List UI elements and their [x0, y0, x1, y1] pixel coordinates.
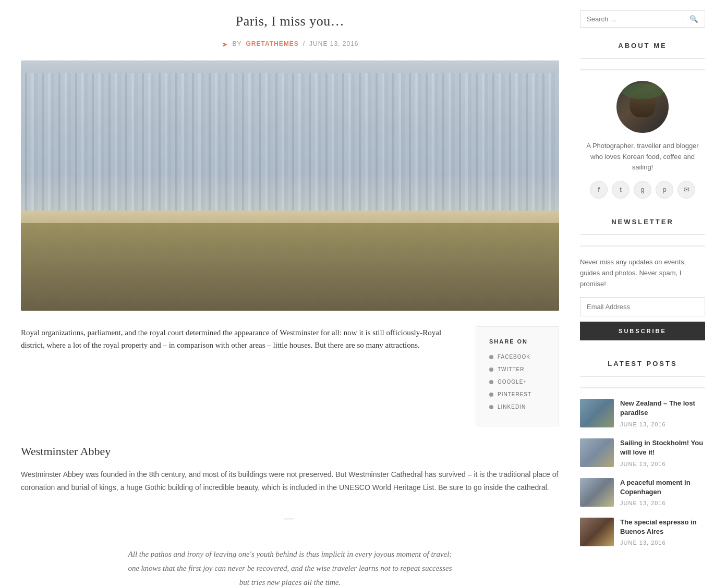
latest-post-date: JUNE 13, 2016 [620, 460, 705, 469]
share-facebook[interactable]: FACEBOOK [489, 353, 546, 361]
facebook-dot [489, 355, 493, 359]
share-row: Royal organizations, parliament, and the… [21, 326, 559, 426]
latest-post-date: JUNE 13, 2016 [620, 538, 705, 548]
post-title: Paris, I miss you… [21, 10, 559, 32]
post-body-text: Westminster Abbey was founded in the 8th… [21, 468, 559, 494]
list-item: New Zealand – The lost paradise JUNE 13,… [580, 399, 705, 429]
about-text: A Photographer, traveller and blogger wh… [580, 141, 705, 173]
post-meta: ➤ by GRETATHEMES / JUNE 13, 2016 [21, 39, 559, 50]
social-icons: f t g p ✉ [580, 181, 705, 199]
linkedin-dot [489, 405, 493, 409]
linkedin-label: LINKEDIN [498, 403, 526, 411]
googleplus-label: GOOGLE+ [498, 378, 527, 386]
newsletter-section: NEWSLETTER Never miss any updates on eve… [580, 217, 705, 340]
about-title: ABOUT ME [580, 41, 705, 59]
newsletter-text: Never miss any updates on events, guides… [580, 257, 705, 289]
share-googleplus[interactable]: GOOGLE+ [489, 378, 546, 386]
search-box: 🔍 [580, 10, 705, 28]
latest-post-title[interactable]: Sailing in Stockholm! You will love it! [620, 438, 705, 457]
avatar [616, 81, 669, 133]
facebook-label: FACEBOOK [498, 353, 530, 361]
post-by-label: by [233, 39, 242, 49]
latest-post-date: JUNE 13, 2016 [620, 420, 705, 430]
googleplus-dot [489, 380, 493, 384]
sidebar: 🔍 ABOUT ME A Photographer, traveller and… [580, 10, 705, 588]
latest-posts-section: LATEST POSTS New Zealand – The lost para… [580, 359, 705, 548]
share-linkedin[interactable]: LINKEDIN [489, 403, 546, 411]
latest-post-date: JUNE 13, 2016 [620, 499, 705, 508]
about-divider [580, 69, 705, 70]
share-twitter[interactable]: TWITTER [489, 365, 546, 374]
main-content: Paris, I miss you… ➤ by GRETATHEMES / JU… [21, 10, 559, 588]
social-email-icon[interactable]: ✉ [677, 181, 695, 199]
list-item: Sailing in Stockholm! You will love it! … [580, 438, 705, 469]
post-info: New Zealand – The lost paradise JUNE 13,… [620, 399, 705, 429]
social-facebook-icon[interactable]: f [590, 181, 608, 199]
post-info: A peaceful moment in Copenhagen JUNE 13,… [620, 478, 705, 508]
latest-post-title[interactable]: A peaceful moment in Copenhagen [620, 478, 705, 497]
latest-post-title[interactable]: New Zealand – The lost paradise [620, 399, 705, 418]
list-item: The special espresso in Buenos Aires JUN… [580, 518, 705, 548]
share-box: SHARE ON FACEBOOK TWITTER GOOGLE+ PINTER… [476, 326, 559, 426]
pinterest-dot [489, 393, 493, 397]
post-info: The special espresso in Buenos Aires JUN… [620, 518, 705, 548]
latest-posts-divider [580, 387, 705, 388]
search-icon: 🔍 [689, 15, 698, 23]
twitter-label: TWITTER [498, 365, 524, 374]
social-googleplus-icon[interactable]: g [634, 181, 651, 199]
search-input[interactable] [580, 11, 683, 27]
post-thumbnail [580, 399, 614, 427]
list-item: A peaceful moment in Copenhagen JUNE 13,… [580, 478, 705, 508]
post-info: Sailing in Stockholm! You will love it! … [620, 438, 705, 469]
featured-image [21, 60, 559, 311]
post-thumbnail [580, 438, 614, 467]
post-intro-text: Royal organizations, parliament, and the… [21, 326, 460, 426]
post-body: Westminster Abbey was founded in the 8th… [21, 468, 559, 494]
post-date: JUNE 13, 2016 [309, 39, 358, 49]
newsletter-divider [580, 246, 705, 247]
search-button[interactable]: 🔍 [683, 11, 705, 27]
social-pinterest-icon[interactable]: p [656, 181, 673, 199]
pinterest-label: PINTEREST [498, 390, 531, 399]
post-quote: All the pathos and irony of leaving one'… [113, 542, 467, 588]
post-intro: Royal organizations, parliament, and the… [21, 326, 460, 351]
post-author[interactable]: GRETATHEMES [246, 39, 299, 49]
share-pinterest[interactable]: PINTEREST [489, 390, 546, 399]
latest-posts-title: LATEST POSTS [580, 359, 705, 377]
social-twitter-icon[interactable]: t [612, 181, 630, 199]
post-thumbnail [580, 478, 614, 507]
twitter-dot [489, 368, 493, 372]
latest-post-title[interactable]: The special espresso in Buenos Aires [620, 518, 705, 536]
post-thumbnail [580, 518, 614, 546]
section-heading: Westminster Abbey [21, 442, 559, 460]
about-section: ABOUT ME A Photographer, traveller and b… [580, 41, 705, 199]
arrow-icon: ➤ [222, 39, 228, 50]
email-field[interactable] [580, 297, 705, 316]
meta-separator: / [303, 39, 305, 49]
newsletter-title: NEWSLETTER [580, 217, 705, 235]
subscribe-button[interactable]: SUBSCRIBE [580, 322, 705, 340]
share-on-label: SHARE ON [489, 337, 546, 347]
section-divider: — [21, 510, 559, 526]
